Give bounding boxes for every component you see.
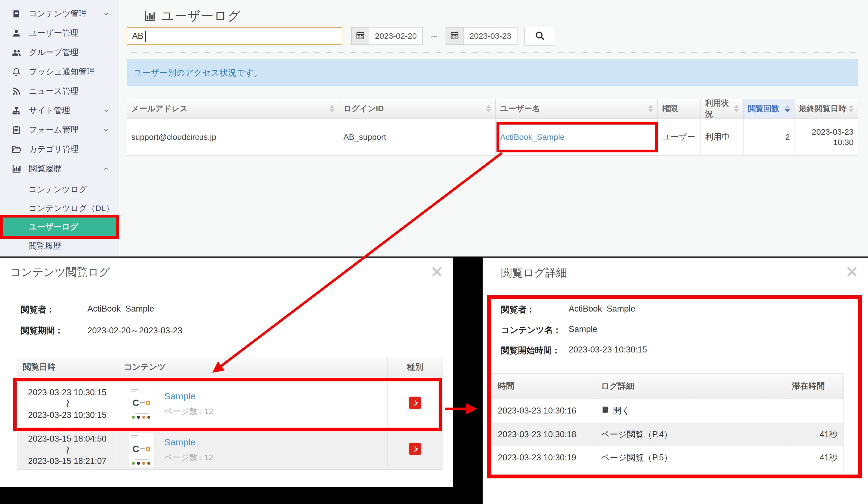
cell-login-id: AB_support [339,119,496,155]
date-from-calendar-button[interactable] [351,27,369,45]
sidebar-item-label: サイト管理 [29,105,70,116]
sort-icon [849,105,854,112]
period-label: 閲覧期間： [21,325,63,336]
sidebar-item-view-history-sub[interactable]: 閲覧履歴 [0,237,119,255]
sidebar-item-content-log-dl[interactable]: コンテンツログ（DL） [0,199,119,217]
info-banner: ユーザー別のアクセス状況です。 [127,59,858,87]
sort-icon [330,105,334,112]
page-count: ページ数 : 12 [164,406,213,417]
sidebar: コンテンツ管理 ユーザー管理 グループ管理 プッシュ通知管理 ニュース管理 サイ… [0,0,119,256]
table-row: 2023-03-23 10:30:16 開く [492,399,844,423]
chevron-down-icon [103,10,110,18]
app-root: コンテンツ管理 ユーザー管理 グループ管理 プッシュ通知管理 ニュース管理 サイ… [0,0,868,504]
rss-icon [11,86,22,97]
content-title-link[interactable]: Sample [164,391,213,402]
close-icon[interactable] [845,265,859,280]
calendar-icon [355,31,365,41]
sidebar-item-view-history[interactable]: 閲覧履歴 [0,159,119,178]
folder-icon [11,144,22,155]
content-title-link[interactable]: Sample [164,437,213,447]
pdf-icon[interactable] [409,396,421,411]
period-value: 2023-02-20～2023-03-23 [87,325,182,336]
date-to-input[interactable]: 2023-03-23 [464,27,517,45]
log-detail-table-header: 時間 ログ詳細 滞在時間 [492,373,844,399]
viewer-label: 閲覧者： [501,304,535,315]
user-name-link[interactable]: ActiBook_Sample [500,132,565,142]
sidebar-subitem-label: コンテンツログ（DL） [29,203,114,214]
table-row: 2023-03-23 10:30:19 ページ閲覧（P.5） 41秒 [492,446,844,470]
search-button[interactable] [524,27,555,46]
sidebar-item-site-mgmt[interactable]: サイト管理 [0,101,119,120]
sidebar-item-content-mgmt[interactable]: コンテンツ管理 [0,4,119,23]
column-header-login-id[interactable]: ログインID [339,99,496,119]
column-header-email[interactable]: メールアドレス [127,99,339,119]
chart-icon [11,163,22,174]
column-header-status[interactable]: 利用状況 [701,99,744,119]
table-row: 2023-03-15 18:04:50 〜 2023-03-15 18:21:0… [17,431,443,470]
column-header-view-datetime: 閲覧日時 [17,357,118,377]
sidebar-subitem-label: 閲覧履歴 [29,240,61,252]
sidebar-item-content-log[interactable]: コンテンツログ [0,180,119,199]
sidebar-item-user-mgmt[interactable]: ユーザー管理 [0,23,119,43]
close-icon[interactable] [430,265,444,280]
view-log-detail-modal: 閲覧ログ詳細 閲覧者： ActiBook_Sample コンテンツ名： Samp… [483,258,868,504]
sidebar-subitem-label: コンテンツログ [29,184,87,195]
sidebar-item-user-log[interactable]: ユーザーログ [0,218,119,236]
users-icon [11,47,22,58]
cell-type [388,431,443,470]
cell-log-detail: ページ閲覧（P.5） [595,446,786,470]
chevron-down-icon [103,107,110,114]
cell-view-datetime: 2023-03-15 18:04:50 〜 2023-03-15 18:21:0… [17,431,118,470]
cell-log-detail: ページ閲覧（P.4） [595,423,786,446]
cell-email: support@cloudcircus.jp [127,119,339,155]
content-view-log-modal: コンテンツ閲覧ログ 閲覧者： ActiBook_Sample 閲覧期間： 202… [0,258,453,487]
calendar-icon [450,31,459,41]
column-header-view-count[interactable]: 閲覧回数 [744,99,795,119]
cell-time: 2023-03-23 10:30:18 [492,423,595,446]
date-from-input[interactable]: 2023-02-20 [369,27,423,45]
search-input[interactable] [127,28,347,44]
sort-icon [648,105,653,112]
sidebar-item-push-mgmt[interactable]: プッシュ通知管理 [0,62,119,81]
sidebar-item-label: プッシュ通知管理 [29,66,95,78]
sidebar-item-label: カテゴリ管理 [29,144,79,155]
sidebar-item-group-mgmt[interactable]: グループ管理 [0,43,119,62]
column-header-user-name[interactable]: ユーザー名 [496,99,658,119]
pdf-icon[interactable] [409,443,421,457]
sidebar-item-category-mgmt[interactable]: カテゴリ管理 [0,140,119,159]
text-caret [145,31,146,42]
bell-icon [11,67,22,78]
viewer-value: ActiBook_Sample [87,304,154,314]
column-header-last-view[interactable]: 最終閲覧日時 [795,99,858,119]
cell-content: Cα Sample ページ数 : 12 [118,377,388,431]
sort-icon [734,105,739,112]
sort-icon [486,105,491,112]
view-start-value: 2023-03-23 10:30:15 [569,345,647,355]
content-thumbnail: Cα [129,387,154,421]
modal-divider [483,293,868,293]
table-row: support@cloudcircus.jp AB_support ActiBo… [127,119,858,155]
cell-duration [786,399,844,423]
info-banner-text: ユーザー別のアクセス状況です。 [134,67,262,79]
book-icon [601,406,609,416]
sidebar-item-label: フォーム管理 [29,124,79,135]
sidebar-item-label: 閲覧履歴 [29,163,62,174]
sidebar-item-label: ユーザー管理 [29,28,78,39]
cell-view-count: 2 [744,119,795,155]
sidebar-item-label: グループ管理 [29,47,79,58]
cell-status: 利用中 [701,119,744,155]
sidebar-item-label: ニュース管理 [29,85,79,97]
sidebar-item-form-mgmt[interactable]: フォーム管理 [0,120,119,140]
cell-content: Cα Sample ページ数 : 12 [118,431,388,470]
column-header-content: コンテンツ [118,357,388,377]
sidebar-item-news-mgmt[interactable]: ニュース管理 [0,81,119,101]
page-title: ユーザーログ [143,8,241,24]
content-name-label: コンテンツ名： [501,324,561,336]
main-content: ユーザーログ 2023-02-20 ～ 2023-03-23 ユーザー別のアクセ… [119,0,868,256]
cell-time: 2023-03-23 10:30:16 [492,399,595,423]
date-to-calendar-button[interactable] [446,27,464,45]
column-header-role[interactable]: 権限 [658,99,701,119]
chevron-up-icon [103,165,110,172]
user-log-table: メールアドレス ログインID ユーザー名 権限 利用状況 閲覧回数 最終閲覧日時… [127,99,858,155]
viewer-label: 閲覧者： [21,304,55,315]
